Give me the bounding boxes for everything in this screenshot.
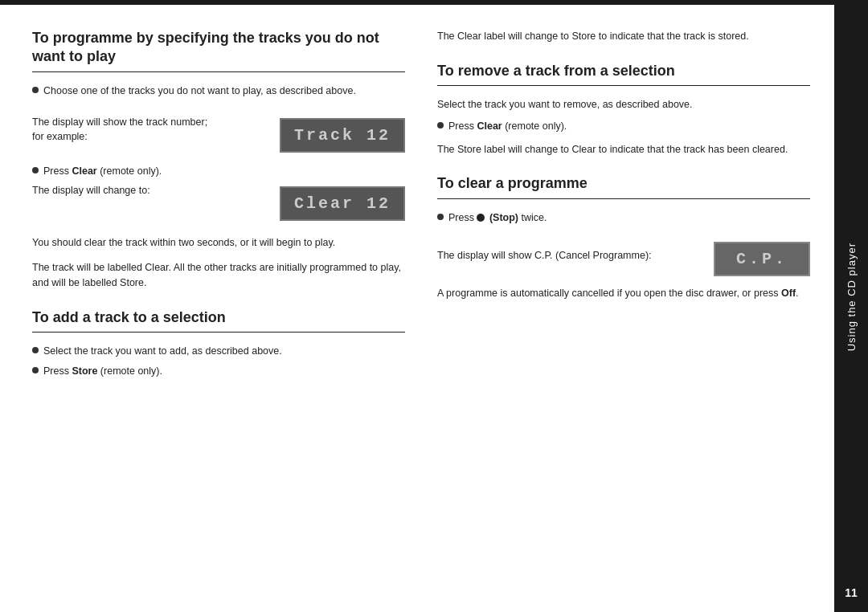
sidebar-text-wrapper: Using the CD player: [845, 8, 858, 586]
remove-bullet-text: Press Clear (remote only).: [448, 119, 567, 134]
page-number: 11: [845, 586, 858, 599]
main-content: To programme by specifying the tracks yo…: [0, 5, 834, 612]
bullet-dot-2: [32, 167, 39, 173]
add-bullet-dot-1: [32, 347, 39, 353]
track-display-row: The display will show the track number; …: [32, 115, 405, 161]
remove-bullet: Press Clear (remote only).: [437, 119, 810, 134]
store-bold: Store: [72, 365, 97, 377]
clear-display: Clear 12: [280, 186, 405, 221]
stop-bold: (Stop): [489, 212, 518, 223]
add-bullet-dot-2: [32, 367, 39, 373]
clear-section-rule: [437, 198, 810, 199]
add-bullet-1-text: Select the track you want to add, as des…: [43, 344, 282, 359]
two-columns: To programme by specifying the tracks yo…: [32, 29, 810, 596]
stop-bullet-text: Press (Stop) twice.: [448, 210, 547, 226]
add-bullet-2: Press Store (remote only).: [32, 364, 405, 379]
clear-display-label-text: The display will change to:: [32, 183, 215, 198]
left-bullet-1: Choose one of the tracks you do not want…: [32, 84, 405, 99]
left-section-rule: [32, 71, 405, 72]
left-section-title: To programme by specifying the tracks yo…: [32, 29, 405, 67]
left-body-1: You should clear the track within two se…: [32, 235, 405, 251]
cp-row: The display will show C.P. (Cancel Progr…: [437, 242, 810, 276]
sidebar: Using the CD player 11: [834, 0, 868, 612]
cp-body: A programme is automatically cancelled i…: [437, 286, 810, 301]
stop-bullet-dot: [437, 214, 444, 220]
clear-section-title: To clear a programme: [437, 174, 810, 193]
add-bullet-2-text: Press Store (remote only).: [43, 364, 162, 379]
stop-bullet: Press (Stop) twice.: [437, 210, 810, 226]
cp-label-col: The display will show C.P. (Cancel Progr…: [437, 248, 698, 270]
remove-section-rule: [437, 85, 810, 86]
off-bold: Off: [781, 288, 796, 299]
cp-display: C.P.: [714, 242, 810, 276]
clear-bold: Clear: [72, 165, 96, 177]
left-column: To programme by specifying the tracks yo…: [32, 29, 405, 596]
add-bullet-1: Select the track you want to add, as des…: [32, 344, 405, 359]
clear-display-row: The display will change to: Clear 12: [32, 183, 405, 229]
left-bullet-1-text: Choose one of the tracks you do not want…: [43, 84, 356, 99]
cp-display-col: C.P.: [698, 242, 810, 276]
remove-body: Select the track you want to remove, as …: [437, 97, 810, 112]
left-bullet-2: Press Clear (remote only).: [32, 164, 405, 179]
add-section-title: To add a track to a selection: [32, 308, 405, 327]
remove-body2: The Store label will change to Clear to …: [437, 142, 810, 157]
sidebar-label: Using the CD player: [845, 243, 858, 351]
remove-section-title: To remove a track from a selection: [437, 62, 810, 80]
right-column: The Clear label will change to Store to …: [429, 29, 810, 596]
page-wrapper: To programme by specifying the tracks yo…: [0, 0, 834, 612]
left-body-2: The track will be labelled Clear. All th…: [32, 260, 405, 291]
stop-icon: [477, 214, 485, 222]
track-display-col: Track 12: [215, 115, 405, 161]
track-display-label-text: The display will show the track number; …: [32, 115, 215, 145]
clear-display-col: Clear 12: [215, 183, 405, 229]
right-intro: The Clear label will change to Store to …: [437, 29, 810, 44]
bullet-dot-1: [32, 87, 39, 93]
left-bullet-2-text: Press Clear (remote only).: [43, 164, 162, 179]
remove-bullet-dot: [437, 122, 444, 129]
track-display-label: The display will show the track number; …: [32, 115, 215, 152]
cp-label-text: The display will show C.P. (Cancel Progr…: [437, 248, 698, 263]
clear-display-label: The display will change to:: [32, 183, 215, 205]
top-bar: [0, 0, 834, 5]
add-section-rule: [32, 332, 405, 333]
remove-clear-bold: Clear: [477, 120, 502, 132]
track-display: Track 12: [280, 118, 405, 153]
